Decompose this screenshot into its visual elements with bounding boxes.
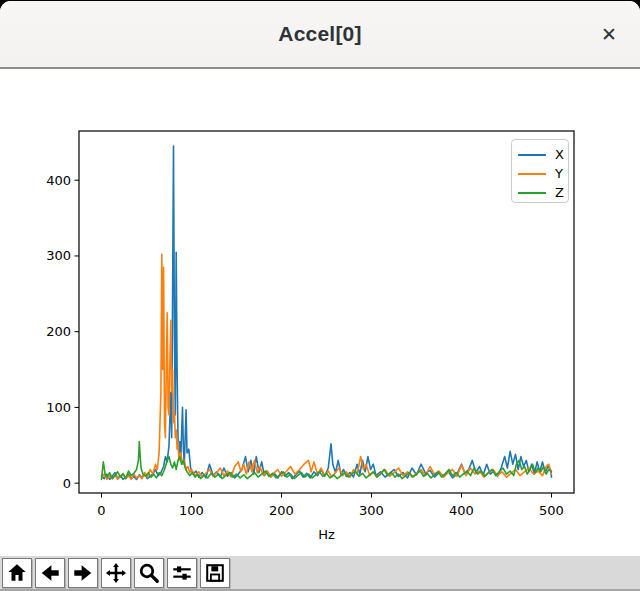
x-axis-label: Hz xyxy=(318,527,335,542)
svg-text:200: 200 xyxy=(269,503,294,518)
close-button[interactable]: ✕ xyxy=(592,17,626,51)
legend-line-swatch-z xyxy=(518,192,546,194)
svg-text:200: 200 xyxy=(46,324,71,339)
legend-item-z: Z xyxy=(518,183,568,202)
toolbar-save-button[interactable] xyxy=(200,558,230,588)
svg-text:100: 100 xyxy=(179,503,204,518)
window-title: Accel[0] xyxy=(278,22,361,46)
svg-text:500: 500 xyxy=(539,503,564,518)
nav-toolbar xyxy=(0,556,640,591)
svg-text:300: 300 xyxy=(359,503,384,518)
svg-text:0: 0 xyxy=(97,503,105,518)
svg-text:0: 0 xyxy=(63,476,71,491)
toolbar-home-button[interactable] xyxy=(2,558,32,588)
window-titlebar[interactable]: Accel[0] ✕ xyxy=(0,1,640,69)
legend-line-swatch-y xyxy=(518,173,546,175)
legend-label-y: Y xyxy=(555,166,563,181)
figure-canvas[interactable]: 01002003004005000100200300400Hz X Y Z xyxy=(0,69,640,556)
legend-item-y: Y xyxy=(518,164,568,183)
legend-line-swatch-x xyxy=(518,154,546,156)
move-icon xyxy=(105,562,127,584)
toolbar-configure-button[interactable] xyxy=(167,558,197,588)
legend-label-x: X xyxy=(555,147,564,162)
toolbar-pan-button[interactable] xyxy=(101,558,131,588)
svg-text:300: 300 xyxy=(46,248,71,263)
save-icon xyxy=(204,562,226,584)
figure-window: Accel[0] ✕ 01002003004005000100200300400… xyxy=(0,1,640,591)
magnifier-icon xyxy=(138,562,160,584)
toolbar-back-button[interactable] xyxy=(35,558,65,588)
screen: { "window": { "title": "Accel[0]", "clos… xyxy=(0,0,640,591)
svg-text:400: 400 xyxy=(449,503,474,518)
home-icon xyxy=(6,562,28,584)
legend: X Y Z xyxy=(511,139,569,203)
arrow-left-icon xyxy=(39,562,61,584)
legend-item-x: X xyxy=(518,145,568,164)
toolbar-forward-button[interactable] xyxy=(68,558,98,588)
sliders-icon xyxy=(171,562,193,584)
arrow-right-icon xyxy=(72,562,94,584)
svg-text:400: 400 xyxy=(46,173,71,188)
svg-text:100: 100 xyxy=(46,400,71,415)
toolbar-zoom-button[interactable] xyxy=(134,558,164,588)
legend-label-z: Z xyxy=(555,185,564,200)
